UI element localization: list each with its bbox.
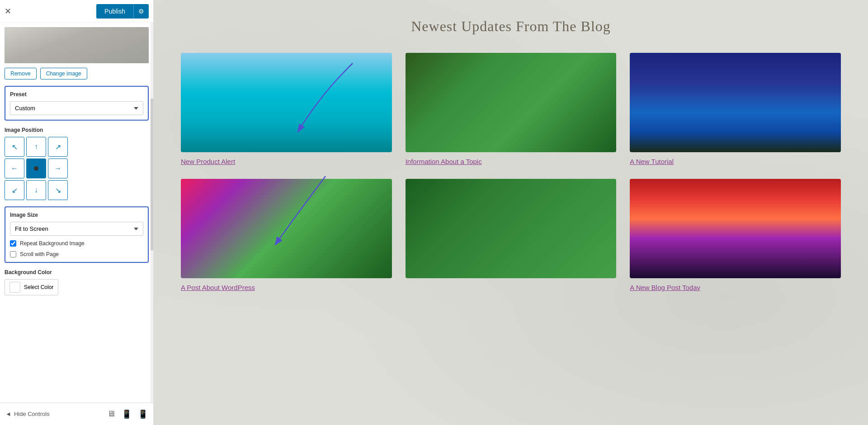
page-background: Newest Updates From The Blog New Product… xyxy=(154,0,868,425)
mobile-icon[interactable]: 📱 xyxy=(138,409,148,419)
blog-card-image xyxy=(630,53,841,152)
preset-select[interactable]: Custom Default Cover Contain Tile xyxy=(10,101,143,115)
image-preview-inner xyxy=(5,27,149,63)
blog-card-link[interactable]: New Product Alert xyxy=(181,158,392,165)
panel-scroll-thumb[interactable] xyxy=(151,98,153,250)
blog-card-image xyxy=(406,179,617,278)
pos-bottom-center[interactable]: ↓ xyxy=(26,180,46,200)
blog-card-image xyxy=(406,53,617,152)
image-position-label: Image Position xyxy=(5,127,149,133)
blog-card: Information About a Topic xyxy=(406,53,617,165)
center-dot xyxy=(34,166,38,171)
pos-middle-right[interactable]: → xyxy=(48,159,68,178)
blog-card: A New Blog Post Today xyxy=(630,179,841,291)
pos-bottom-left[interactable]: ↙ xyxy=(5,180,24,200)
repeat-background-row: Repeat Background Image xyxy=(10,240,143,247)
publish-button[interactable]: Publish xyxy=(96,4,133,19)
repeat-background-label: Repeat Background Image xyxy=(20,240,85,247)
change-image-button[interactable]: Change image xyxy=(40,68,87,79)
tablet-icon[interactable]: 📱 xyxy=(122,409,132,419)
panel-content: Remove Change image Preset Custom Defaul… xyxy=(0,23,153,402)
top-bar: ✕ Publish ⚙ xyxy=(0,0,153,23)
blog-grid: New Product Alert Information About a To… xyxy=(181,53,841,291)
publish-group: Publish ⚙ xyxy=(96,4,149,19)
button-row: Remove Change image xyxy=(5,68,149,79)
blog-card-link[interactable]: A Post About WordPress xyxy=(181,284,392,291)
image-position-section: Image Position ↖ ↑ ↗ ← → ↙ ↓ ↘ xyxy=(5,127,149,200)
bg-color-label: Background Color xyxy=(5,269,149,276)
desktop-icon[interactable]: 🖥 xyxy=(107,409,115,419)
pos-top-center[interactable]: ↑ xyxy=(26,137,46,157)
blog-card: A New Tutorial xyxy=(630,53,841,165)
blog-card-link[interactable]: A New Blog Post Today xyxy=(630,284,841,291)
preset-label: Preset xyxy=(10,91,143,98)
preset-section: Preset Custom Default Cover Contain Tile xyxy=(5,86,149,121)
blog-title: Newest Updates From The Blog xyxy=(181,18,841,35)
blog-card xyxy=(406,179,617,291)
color-swatch xyxy=(9,282,20,293)
image-size-section: Image Size Fit to Screen Fill Screen Cus… xyxy=(5,206,149,263)
hide-controls[interactable]: ◄ Hide Controls xyxy=(5,411,50,417)
settings-button[interactable]: ⚙ xyxy=(133,4,149,19)
blog-card-link[interactable]: A New Tutorial xyxy=(630,158,841,165)
left-panel: ✕ Publish ⚙ Remove Change image Preset C… xyxy=(0,0,154,425)
device-icons: 🖥 📱 📱 xyxy=(107,409,148,419)
bg-color-section: Background Color Select Color xyxy=(5,269,149,295)
repeat-background-checkbox[interactable] xyxy=(10,240,16,247)
remove-button[interactable]: Remove xyxy=(5,68,37,79)
select-color-button[interactable]: Select Color xyxy=(5,279,58,295)
select-color-label: Select Color xyxy=(24,284,53,290)
pos-top-left[interactable]: ↖ xyxy=(5,137,24,157)
blog-card-image xyxy=(181,179,392,278)
pos-center[interactable] xyxy=(26,159,46,178)
image-size-select[interactable]: Fit to Screen Fill Screen Custom Auto xyxy=(10,222,143,236)
hide-controls-label: Hide Controls xyxy=(14,411,50,417)
pos-top-right[interactable]: ↗ xyxy=(48,137,68,157)
panel-scroll-track[interactable] xyxy=(151,23,153,402)
image-preview xyxy=(5,27,149,63)
blog-card-image xyxy=(630,179,841,278)
image-size-label: Image Size xyxy=(10,212,143,218)
blog-card-image xyxy=(181,53,392,152)
bottom-bar: ◄ Hide Controls 🖥 📱 📱 xyxy=(0,402,153,425)
hide-controls-icon: ◄ xyxy=(5,411,11,417)
pos-bottom-right[interactable]: ↘ xyxy=(48,180,68,200)
main-content: Newest Updates From The Blog New Product… xyxy=(154,0,868,425)
scroll-with-page-checkbox[interactable] xyxy=(10,251,16,257)
scroll-with-page-label: Scroll with Page xyxy=(20,251,59,257)
scroll-with-page-row: Scroll with Page xyxy=(10,251,143,257)
close-button[interactable]: ✕ xyxy=(5,6,11,16)
position-grid: ↖ ↑ ↗ ← → ↙ ↓ ↘ xyxy=(5,137,149,200)
blog-card: New Product Alert xyxy=(181,53,392,165)
blog-card: A Post About WordPress xyxy=(181,179,392,291)
pos-middle-left[interactable]: ← xyxy=(5,159,24,178)
blog-card-link[interactable]: Information About a Topic xyxy=(406,158,617,165)
